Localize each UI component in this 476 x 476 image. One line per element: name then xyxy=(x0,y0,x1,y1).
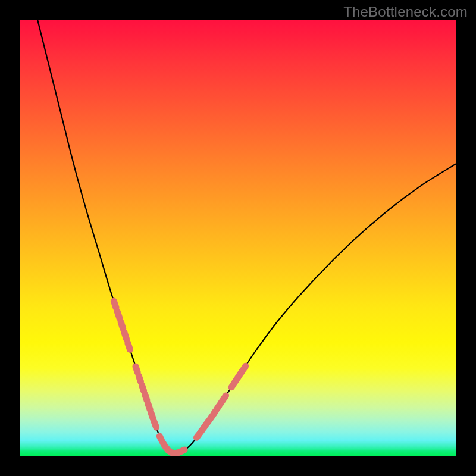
curve-group xyxy=(37,20,456,453)
marker-bead xyxy=(244,366,246,369)
marker-bead xyxy=(136,367,137,372)
marker-bead xyxy=(145,394,147,400)
marker-bead xyxy=(114,301,116,308)
curve-layer xyxy=(20,20,456,456)
marker-bead xyxy=(183,450,184,451)
main-curve xyxy=(37,20,456,453)
chart-frame: TheBottleneck.com xyxy=(0,0,476,476)
marker-bead xyxy=(142,385,143,391)
marker-bead xyxy=(124,333,127,339)
marker-bead xyxy=(159,436,161,440)
marker-bead xyxy=(121,322,123,328)
marker-bead xyxy=(151,413,153,419)
plot-area xyxy=(20,20,456,456)
marker-bead xyxy=(139,376,140,382)
marker-bead xyxy=(117,312,120,318)
marker-bead xyxy=(148,404,150,410)
marker-bead xyxy=(128,343,130,349)
marker-group xyxy=(114,301,245,453)
marker-bead xyxy=(224,396,226,399)
marker-bead xyxy=(154,422,156,427)
watermark-text: TheBottleneck.com xyxy=(343,4,468,20)
